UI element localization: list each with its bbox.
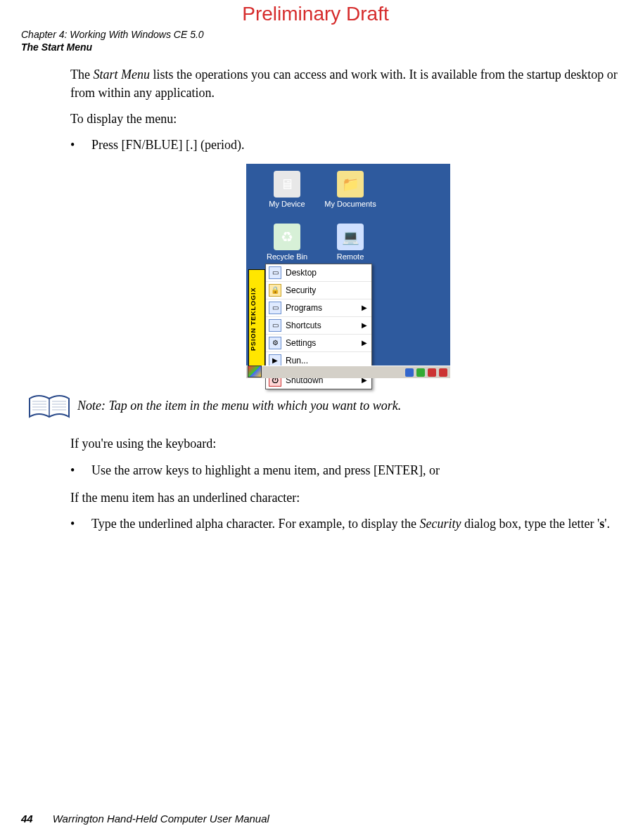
note-body: Tap on the item in the menu with which y… (106, 399, 401, 413)
folder-icon: 📁 (337, 171, 364, 198)
page-number: 44 (21, 813, 33, 825)
chevron-right-icon: ▶ (362, 338, 367, 348)
menu-label: Programs (286, 302, 322, 314)
tray-icon (428, 368, 436, 377)
monitor-icon: 💻 (337, 224, 364, 250)
gear-icon: ⚙ (269, 337, 281, 349)
icon-label: Recycle Bin (259, 252, 315, 262)
menu-item-shortcuts: ▭Shortcuts▶ (266, 317, 371, 335)
text: lists the operations you can access and … (70, 67, 618, 99)
bullet-marker: • (70, 515, 91, 533)
windows-ce-screenshot: 🖥 My Device 📁 My Documents ♻ Recycle Bin… (246, 164, 450, 378)
page-header: Chapter 4: Working With Windows CE 5.0 T… (21, 28, 610, 53)
text: Type the underlined alpha character. For… (91, 517, 420, 531)
bullet-text: Use the arrow keys to highlight a menu i… (91, 462, 626, 479)
lock-icon: 🔒 (269, 284, 281, 297)
bullet-item: • Type the underlined alpha character. F… (70, 515, 626, 533)
manual-title: Warrington Hand-Held Computer User Manua… (53, 813, 269, 825)
bullet-text: Press [FN/BLUE] [.] (period). (91, 136, 626, 154)
bullet-marker: • (70, 462, 91, 479)
desktop-icon-my-device: 🖥 My Device (259, 171, 315, 209)
tray-icon (439, 368, 447, 377)
menu-item-desktop: ▭Desktop (266, 264, 371, 282)
menu-label: Settings (286, 337, 316, 349)
book-icon (28, 393, 70, 421)
desktop-icon-recycle-bin: ♻ Recycle Bin (259, 224, 315, 262)
taskbar (246, 366, 450, 378)
section-line: The Start Menu (21, 41, 610, 53)
chevron-right-icon: ▶ (362, 303, 367, 313)
start-button-icon (248, 366, 262, 377)
watermark: Preliminary Draft (0, 3, 631, 25)
recycle-icon: ♻ (274, 224, 300, 250)
to-display-text: To display the menu: (70, 110, 626, 128)
chevron-right-icon: ▶ (362, 321, 367, 330)
text: dialog box, type the letter ' (461, 517, 600, 531)
text-emphasis: Start Menu (93, 67, 150, 82)
folder-icon: ▭ (269, 302, 281, 314)
menu-label: Security (286, 285, 316, 297)
note-label: Note: (77, 399, 106, 413)
bullet-item: • Press [FN/BLUE] [.] (period). (70, 136, 626, 154)
folder-icon: ▭ (269, 319, 281, 332)
start-menu-sidebar: PSION TEKLOGIX (248, 269, 265, 369)
chapter-line: Chapter 4: Working With Windows CE 5.0 (21, 28, 610, 41)
icon-label: My Documents (322, 199, 378, 209)
keyboard-intro: If you're using the keyboard: (70, 435, 626, 453)
icon-label: My Device (259, 199, 315, 209)
menu-item-security: 🔒Security (266, 282, 371, 299)
desktop-icon-my-documents: 📁 My Documents (322, 171, 378, 209)
bullet-item: • Use the arrow keys to highlight a menu… (70, 462, 626, 479)
note-text: Note: Tap on the item in the menu with w… (77, 393, 401, 415)
note-callout: Note: Tap on the item in the menu with w… (28, 393, 626, 421)
text: '. (604, 517, 610, 531)
intro-paragraph: The Start Menu lists the operations you … (70, 66, 626, 101)
text: The (70, 67, 93, 82)
text-emphasis: Security (420, 517, 461, 531)
menu-item-settings: ⚙Settings▶ (266, 335, 371, 352)
menu-item-programs: ▭Programs▶ (266, 299, 371, 317)
menu-label: Desktop (286, 267, 317, 279)
tray-icon (416, 368, 425, 377)
bullet-text: Type the underlined alpha character. For… (91, 515, 626, 533)
desktop-icon: ▭ (269, 266, 281, 279)
underline-intro: If the menu item has an underlined chara… (70, 489, 626, 507)
tray-icon (405, 368, 414, 377)
menu-label: Run... (286, 355, 308, 367)
menu-label: Shortcuts (286, 320, 321, 332)
page-footer: 44Warrington Hand-Held Computer User Man… (21, 813, 269, 825)
bullet-marker: • (70, 136, 91, 154)
computer-icon: 🖥 (274, 171, 300, 198)
